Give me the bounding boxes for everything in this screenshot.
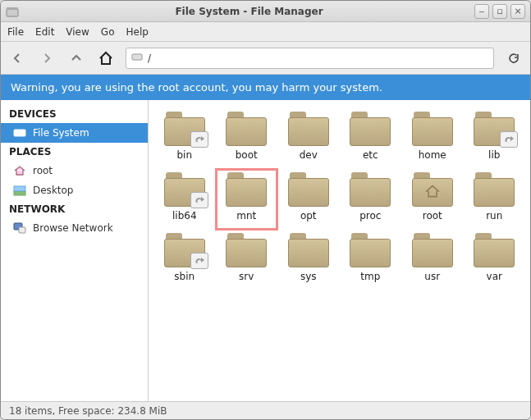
sidebar-section-places: PLACES [1, 143, 148, 161]
folder-icon [226, 233, 267, 267]
app-icon [6, 5, 19, 18]
svg-rect-3 [14, 130, 25, 136]
folder-label: boot [236, 149, 258, 161]
folder-label: lib64 [172, 210, 197, 221]
folder-icon [350, 172, 391, 207]
folder-icon [226, 172, 267, 207]
status-bar: 18 items, Free space: 234.8 MiB [1, 401, 530, 419]
folder-label: srv [239, 271, 254, 282]
forward-button[interactable] [37, 48, 57, 68]
folder-home[interactable]: home [401, 108, 464, 169]
menubar: File Edit View Go Help [1, 22, 530, 42]
folder-icon [164, 233, 205, 267]
folder-tmp[interactable]: tmp [340, 230, 402, 290]
network-icon [12, 221, 27, 235]
close-button[interactable]: × [510, 4, 525, 19]
symlink-badge-icon [500, 131, 518, 148]
folder-bin[interactable]: bin [153, 108, 216, 169]
folder-mnt[interactable]: mnt [216, 169, 278, 230]
warning-banner: Warning, you are using the root account,… [1, 75, 530, 100]
menu-help[interactable]: Help [126, 26, 148, 38]
sidebar-item-desktop[interactable]: Desktop [1, 180, 148, 200]
folder-label: run [486, 210, 502, 221]
folder-icon [474, 233, 515, 267]
folder-icon [474, 172, 515, 207]
home-overlay-icon [423, 183, 442, 202]
folder-dev[interactable]: dev [277, 108, 340, 169]
path-bar[interactable]: / [126, 48, 494, 69]
folder-run[interactable]: run [464, 169, 526, 230]
toolbar: / [1, 42, 530, 75]
content-area: binbootdevetchomeliblib64mntoptprocrootr… [149, 100, 530, 401]
folder-icon [288, 112, 329, 146]
folder-icon [164, 112, 205, 146]
folder-label: root [423, 210, 442, 221]
folder-icon [164, 172, 205, 207]
drive-icon [12, 126, 27, 139]
folder-icon [288, 172, 329, 207]
sidebar-section-devices: DEVICES [1, 105, 148, 123]
folder-proc[interactable]: proc [340, 169, 402, 230]
sidebar-item-label: File System [33, 127, 89, 139]
folder-icon [412, 112, 453, 146]
svg-rect-1 [7, 7, 18, 10]
folder-icon [474, 112, 515, 146]
folder-lib64[interactable]: lib64 [153, 169, 216, 230]
symlink-badge-icon [190, 131, 208, 148]
folder-var[interactable]: var [464, 230, 526, 290]
sidebar: DEVICES File System PLACES root Desktop … [1, 100, 149, 401]
sidebar-item-label: Browse Network [33, 222, 113, 234]
sidebar-item-filesystem[interactable]: File System [1, 123, 148, 143]
folder-icon [350, 112, 391, 146]
folder-label: sbin [174, 271, 195, 282]
refresh-button[interactable] [504, 48, 524, 68]
folder-sys[interactable]: sys [277, 230, 340, 290]
folder-label: home [419, 149, 446, 161]
maximize-button[interactable]: ▫ [492, 4, 507, 19]
folder-opt[interactable]: opt [277, 169, 340, 230]
sidebar-item-root[interactable]: root [1, 161, 148, 180]
folder-icon [412, 172, 453, 207]
folder-root[interactable]: root [401, 169, 464, 230]
folder-icon [350, 233, 391, 267]
status-text: 18 items, Free space: 234.8 MiB [9, 405, 167, 417]
up-button[interactable] [66, 48, 86, 68]
folder-srv[interactable]: srv [216, 230, 278, 290]
minimize-button[interactable]: ‒ [474, 4, 489, 19]
sidebar-item-browse-network[interactable]: Browse Network [1, 218, 148, 238]
symlink-badge-icon [190, 253, 208, 269]
menu-go[interactable]: Go [101, 26, 115, 38]
titlebar: File System - File Manager ‒ ▫ × [1, 1, 530, 22]
folder-icon [226, 112, 267, 146]
symlink-badge-icon [190, 192, 208, 208]
svg-rect-2 [132, 54, 142, 60]
desktop-icon [12, 184, 27, 197]
sidebar-item-label: root [33, 165, 53, 176]
menu-edit[interactable]: Edit [35, 26, 54, 38]
folder-lib[interactable]: lib [464, 108, 526, 169]
sidebar-section-network: NETWORK [1, 200, 148, 218]
folder-label: dev [300, 149, 318, 161]
folder-boot[interactable]: boot [216, 108, 278, 169]
folder-usr[interactable]: usr [401, 230, 464, 290]
drive-icon [131, 51, 143, 65]
back-button[interactable] [7, 48, 27, 68]
svg-rect-4 [14, 191, 25, 195]
folder-etc[interactable]: etc [340, 108, 402, 169]
window-title: File System - File Manager [24, 6, 474, 17]
path-value: / [148, 52, 151, 64]
folder-label: bin [176, 149, 192, 161]
svg-rect-5 [14, 186, 25, 191]
folder-sbin[interactable]: sbin [153, 230, 216, 290]
menu-view[interactable]: View [66, 26, 89, 38]
folder-label: etc [363, 149, 378, 161]
folder-label: lib [488, 149, 500, 161]
folder-label: tmp [360, 271, 380, 282]
folder-label: var [487, 271, 502, 282]
svg-rect-0 [7, 9, 18, 16]
folder-label: sys [300, 271, 317, 282]
folder-label: proc [359, 210, 381, 221]
folder-label: mnt [236, 210, 256, 221]
menu-file[interactable]: File [7, 26, 24, 38]
home-button[interactable] [96, 48, 116, 68]
